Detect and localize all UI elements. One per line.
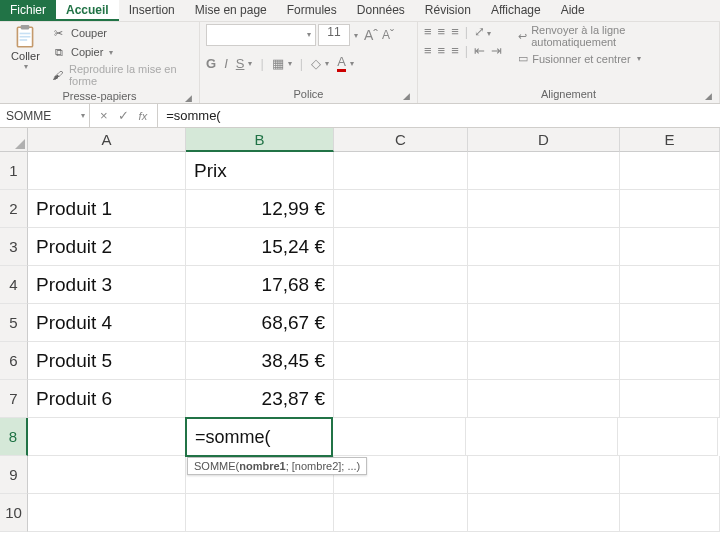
cell-E5[interactable] [620, 304, 720, 342]
tab-review[interactable]: Révision [415, 0, 481, 21]
dialog-launcher-icon[interactable]: ◢ [401, 91, 411, 101]
align-bottom-icon[interactable]: ≡ [451, 24, 459, 39]
merge-center-button[interactable]: ▭ Fusionner et centrer ▾ [518, 52, 713, 65]
cell-D3[interactable] [468, 228, 620, 266]
borders-button[interactable]: ▦▾ [272, 56, 292, 71]
cell-B7[interactable]: 23,87 € [186, 380, 334, 418]
cell-A2[interactable]: Produit 1 [28, 190, 186, 228]
cell-A6[interactable]: Produit 5 [28, 342, 186, 380]
cell-E10[interactable] [620, 494, 720, 532]
font-name-combo[interactable]: ▾ [206, 24, 316, 46]
wrap-text-button[interactable]: ↩ Renvoyer à la ligne automatiquement [518, 24, 713, 48]
paste-button[interactable]: Coller ▾ [6, 24, 45, 71]
cell-A3[interactable]: Produit 2 [28, 228, 186, 266]
tab-help[interactable]: Aide [551, 0, 595, 21]
cell-D5[interactable] [468, 304, 620, 342]
name-box[interactable]: SOMME ▾ [0, 104, 90, 127]
font-color-button[interactable]: A▾ [337, 54, 354, 72]
select-all-corner[interactable] [0, 128, 28, 152]
tab-layout[interactable]: Mise en page [185, 0, 277, 21]
dialog-launcher-icon[interactable]: ◢ [703, 91, 713, 101]
font-size-combo[interactable]: 11 [318, 24, 350, 46]
dialog-launcher-icon[interactable]: ◢ [183, 93, 193, 103]
cell-C7[interactable] [334, 380, 468, 418]
cell-A8[interactable] [28, 418, 186, 456]
orientation-button[interactable]: ⤢▾ [474, 24, 491, 39]
cell-E6[interactable] [620, 342, 720, 380]
underline-button[interactable]: S▾ [236, 56, 253, 71]
indent-increase-icon[interactable]: ⇥ [491, 43, 502, 58]
fill-color-button[interactable]: ◇▾ [311, 56, 329, 71]
cell-C4[interactable] [334, 266, 468, 304]
formula-input[interactable]: =somme( [158, 108, 720, 123]
cell-D6[interactable] [468, 342, 620, 380]
cut-button[interactable]: ✂ Couper [49, 24, 193, 42]
cancel-formula-button[interactable]: × [100, 108, 108, 123]
cell-D9[interactable] [468, 456, 620, 494]
cell-C2[interactable] [334, 190, 468, 228]
chevron-down-icon[interactable]: ▾ [354, 31, 358, 40]
align-left-icon[interactable]: ≡ [424, 43, 432, 58]
cell-D8[interactable] [466, 418, 618, 456]
cell-B2[interactable]: 12,99 € [186, 190, 334, 228]
cell-E8[interactable] [618, 418, 718, 456]
cell-E3[interactable] [620, 228, 720, 266]
cell-D1[interactable] [468, 152, 620, 190]
row-header-4[interactable]: 4 [0, 266, 28, 304]
cell-B4[interactable]: 17,68 € [186, 266, 334, 304]
row-header-6[interactable]: 6 [0, 342, 28, 380]
cell-A10[interactable] [28, 494, 186, 532]
col-header-B[interactable]: B [186, 128, 334, 152]
col-header-A[interactable]: A [28, 128, 186, 152]
cell-C5[interactable] [334, 304, 468, 342]
cell-C8[interactable] [332, 418, 466, 456]
cell-E2[interactable] [620, 190, 720, 228]
align-right-icon[interactable]: ≡ [451, 43, 459, 58]
cell-B8[interactable]: =somme( SOMME(nombre1; [nombre2]; ...) [185, 417, 333, 457]
bold-button[interactable]: G [206, 56, 216, 71]
row-header-3[interactable]: 3 [0, 228, 28, 266]
tab-view[interactable]: Affichage [481, 0, 551, 21]
cell-D4[interactable] [468, 266, 620, 304]
row-header-5[interactable]: 5 [0, 304, 28, 342]
cell-C10[interactable] [334, 494, 468, 532]
cell-B1[interactable]: Prix [186, 152, 334, 190]
cell-E7[interactable] [620, 380, 720, 418]
cell-B10[interactable] [186, 494, 334, 532]
row-header-1[interactable]: 1 [0, 152, 28, 190]
cell-C1[interactable] [334, 152, 468, 190]
cell-D7[interactable] [468, 380, 620, 418]
cell-E9[interactable] [620, 456, 720, 494]
tab-file[interactable]: Fichier [0, 0, 56, 21]
cell-A1[interactable] [28, 152, 186, 190]
copy-button[interactable]: ⧉ Copier ▾ [49, 43, 193, 61]
col-header-C[interactable]: C [334, 128, 468, 152]
align-middle-icon[interactable]: ≡ [438, 24, 446, 39]
tab-insert[interactable]: Insertion [119, 0, 185, 21]
insert-function-button[interactable]: fx [139, 110, 148, 122]
cell-B6[interactable]: 38,45 € [186, 342, 334, 380]
align-center-icon[interactable]: ≡ [438, 43, 446, 58]
row-header-10[interactable]: 10 [0, 494, 28, 532]
cell-B5[interactable]: 68,67 € [186, 304, 334, 342]
col-header-E[interactable]: E [620, 128, 720, 152]
grow-font-icon[interactable]: Aˆ [364, 27, 378, 43]
cell-A9[interactable] [28, 456, 186, 494]
cell-E1[interactable] [620, 152, 720, 190]
row-header-8[interactable]: 8 [0, 418, 28, 456]
cell-C3[interactable] [334, 228, 468, 266]
col-header-D[interactable]: D [468, 128, 620, 152]
cell-D2[interactable] [468, 190, 620, 228]
cell-D10[interactable] [468, 494, 620, 532]
format-painter-button[interactable]: 🖌 Reproduire la mise en forme [49, 62, 193, 88]
row-header-9[interactable]: 9 [0, 456, 28, 494]
tab-formulas[interactable]: Formules [277, 0, 347, 21]
cell-E4[interactable] [620, 266, 720, 304]
tab-data[interactable]: Données [347, 0, 415, 21]
row-header-2[interactable]: 2 [0, 190, 28, 228]
row-header-7[interactable]: 7 [0, 380, 28, 418]
italic-button[interactable]: I [224, 56, 228, 71]
tab-home[interactable]: Accueil [56, 0, 119, 21]
cell-A5[interactable]: Produit 4 [28, 304, 186, 342]
enter-formula-button[interactable]: ✓ [118, 108, 129, 123]
